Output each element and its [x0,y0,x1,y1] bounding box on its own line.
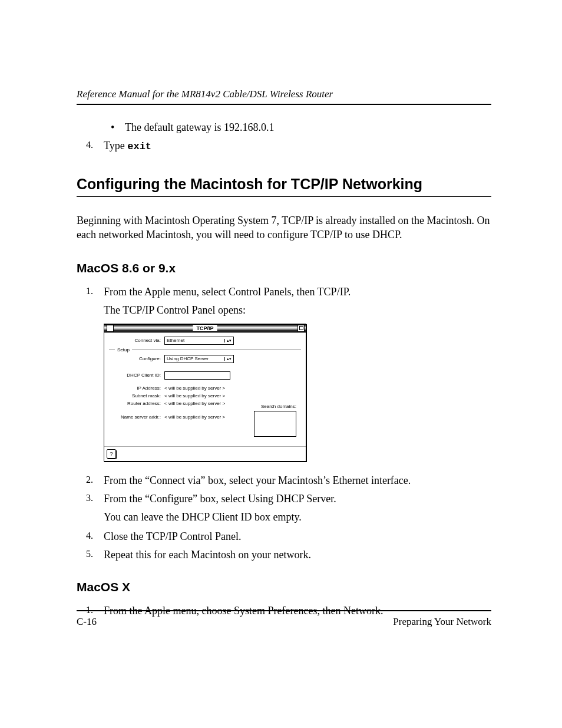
configure-select[interactable]: Using DHCP Server▴▾ [164,355,234,363]
step-number: 2. [86,475,104,487]
step-number: 4. [86,531,104,543]
subnet-mask-label: Subnet mask: [109,393,164,398]
classic-step1: 1. From the Apple menu, select Control P… [86,286,491,298]
step-number: 3. [86,493,104,505]
step-number: 5. [86,549,104,561]
step-number: 1. [86,286,104,298]
step-text: Type exit [104,140,151,152]
step-text: From the “Configure” box, select Using D… [104,493,336,505]
name-server-label: Name server addr.: [109,414,164,420]
command-text: exit [127,141,151,152]
classic-step4: 4. Close the TCP/IP Control Panel. [86,531,491,543]
page-footer: C-16 Preparing Your Network [77,610,491,628]
bullet-text: The default gateway is 192.168.0.1 [125,121,274,134]
router-address-value: < will be supplied by server > [164,401,225,406]
search-domains-label: Search domains: [261,404,296,409]
panel-title-text: TCP/IP [193,325,217,331]
running-header: Reference Manual for the MR814v2 Cable/D… [77,88,491,105]
ip-address-value: < will be supplied by server > [164,386,225,391]
name-server-value: < will be supplied by server > [164,414,225,420]
router-address-label: Router address: [109,401,164,406]
step-text: Repeat this for each Macintosh on your n… [104,549,311,561]
help-button[interactable]: ? [107,449,116,459]
help-icon: ? [110,451,113,457]
tcpip-panel: TCP/IP Connect via: Ethernet▴▾ Setup Con… [104,324,306,462]
subsection-heading-macosx: MacOS X [77,580,491,594]
setup-divider: Setup [109,347,301,353]
close-box-icon[interactable] [107,325,114,332]
step-text: From the Apple menu, select Control Pane… [104,286,351,298]
bullet-dot: • [111,121,125,134]
dhcp-client-id-label: DHCP Client ID: [109,373,164,378]
panel-titlebar: TCP/IP [104,324,306,333]
classic-step1-sub: The TCP/IP Control Panel opens: [104,304,491,317]
subsection-heading-macos-classic: MacOS 8.6 or 9.x [77,261,491,275]
footer-section-name: Preparing Your Network [393,616,491,628]
classic-step3: 3. From the “Configure” box, select Usin… [86,493,491,505]
configure-label: Configure: [109,356,164,361]
step-text: Close the TCP/IP Control Panel. [104,531,242,543]
dropdown-arrows-icon: ▴▾ [224,357,232,361]
section-heading: Configuring the Macintosh for TCP/IP Net… [77,176,491,197]
classic-step3-sub: You can leave the DHCP Client ID box emp… [104,511,491,523]
tcpip-panel-figure: TCP/IP Connect via: Ethernet▴▾ Setup Con… [104,324,491,462]
bullet-default-gateway: • The default gateway is 192.168.0.1 [111,121,491,134]
section-paragraph: Beginning with Macintosh Operating Syste… [77,213,491,242]
step-text: From the “Connect via” box, select your … [104,475,411,487]
ip-address-label: IP Address: [109,386,164,391]
subnet-mask-value: < will be supplied by server > [164,393,225,398]
connect-via-label: Connect via: [109,338,164,343]
step-number: 4. [86,140,104,152]
classic-step5: 5. Repeat this for each Macintosh on you… [86,549,491,561]
dropdown-arrows-icon: ▴▾ [224,339,232,342]
dhcp-client-id-input[interactable] [164,371,230,380]
connect-via-select[interactable]: Ethernet▴▾ [164,337,234,345]
classic-step2: 2. From the “Connect via” box, select yo… [86,475,491,487]
step-type-exit: 4. Type exit [86,140,491,152]
zoom-box-icon[interactable] [297,325,305,332]
search-domains-input[interactable] [254,411,296,437]
page-number: C-16 [77,616,97,628]
